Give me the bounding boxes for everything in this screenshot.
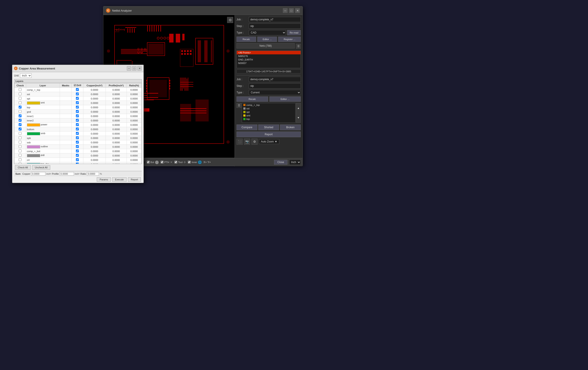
nets-item-n885276[interactable]: N885276 bbox=[237, 54, 301, 58]
layer-checkbox-outline[interactable] bbox=[19, 145, 21, 148]
drill-checkbox-comp_+_top[interactable] bbox=[76, 88, 79, 91]
layer-checkbox-smt[interactable] bbox=[19, 101, 21, 104]
drill-checkbox-gnd[interactable] bbox=[76, 110, 79, 113]
params-button[interactable]: Params bbox=[97, 177, 111, 182]
broken-button[interactable]: Broken bbox=[280, 124, 301, 130]
drill-checkbox-sst[interactable] bbox=[76, 92, 79, 95]
settings-icon[interactable]: ⚙ bbox=[252, 139, 258, 145]
layer-checkbox-bottom[interactable] bbox=[19, 128, 21, 130]
layer-checkbox-crt[interactable] bbox=[19, 158, 21, 161]
job-input-top[interactable] bbox=[249, 17, 301, 22]
layer-scroll-down[interactable]: ▼ bbox=[296, 113, 301, 122]
layer-checkbox-sst[interactable] bbox=[19, 92, 21, 95]
layer-checkbox-power[interactable] bbox=[19, 123, 21, 126]
layer-checkbox-ssb[interactable] bbox=[19, 141, 21, 144]
drill-checkbox-outline[interactable] bbox=[76, 145, 79, 148]
layer-item-smt[interactable]: smt bbox=[242, 114, 295, 117]
svg-rect-26 bbox=[182, 34, 185, 40]
drill-checkbox-ssb[interactable] bbox=[76, 141, 79, 144]
editor-button-bottom[interactable]: Editor ... bbox=[269, 96, 301, 102]
layer-item-comp-top[interactable]: comp_+_top bbox=[242, 103, 295, 107]
job-input-bottom[interactable] bbox=[249, 77, 301, 82]
layer-checkbox-inner2[interactable] bbox=[19, 119, 21, 122]
drill-checkbox-inner2[interactable] bbox=[76, 119, 79, 122]
copper-unit-select[interactable]: inch mm bbox=[20, 73, 32, 78]
layer-checkbox-top[interactable] bbox=[19, 106, 21, 109]
svg-rect-123 bbox=[114, 25, 224, 25]
compare-button[interactable]: Compare bbox=[237, 124, 257, 130]
drill-checkbox-fab_drc[interactable] bbox=[76, 163, 79, 164]
layer-list-area: ☰ comp_+_top sst spt smt bbox=[237, 103, 301, 123]
drill-checkbox-top[interactable] bbox=[76, 106, 79, 109]
drill-checkbox-smb[interactable] bbox=[76, 132, 79, 135]
pth-checkbox[interactable] bbox=[161, 161, 163, 163]
autozoom-dropdown[interactable]: Auto Zoom ▼ bbox=[259, 139, 279, 144]
drill-checkbox-crt[interactable] bbox=[76, 158, 79, 161]
report-button[interactable]: Report bbox=[237, 131, 301, 137]
filter-icon[interactable]: ☰ bbox=[296, 44, 301, 49]
recalc-button-bottom[interactable]: Recalc bbox=[237, 96, 268, 102]
svg-rect-96 bbox=[180, 86, 193, 87]
profile-sum-value[interactable] bbox=[60, 172, 74, 176]
report-button-copper[interactable]: Report bbox=[128, 177, 141, 182]
unit-dropdown-toolbar[interactable]: Inch mm bbox=[289, 160, 301, 165]
layer-checkbox-comp_+_top[interactable] bbox=[19, 88, 21, 91]
uncheck-all-button[interactable]: Uncheck All bbox=[32, 165, 50, 170]
layer-icon-1[interactable]: ⬛ bbox=[237, 139, 243, 145]
svg-rect-37 bbox=[122, 60, 123, 61]
svg-rect-27 bbox=[121, 49, 147, 50]
copper-maximize-btn[interactable]: □ bbox=[132, 66, 136, 70]
copper-close-btn[interactable]: ✕ bbox=[137, 66, 142, 70]
execute-button[interactable]: Execute bbox=[112, 177, 126, 182]
layer-icon-2[interactable]: 📷 bbox=[244, 139, 250, 145]
tool-checkbox[interactable] bbox=[174, 161, 177, 163]
reread-button[interactable]: Re-read bbox=[287, 30, 301, 35]
layer-checkbox-fab_drc[interactable] bbox=[19, 163, 21, 164]
layer-list[interactable]: comp_+_top sst spt smt top bbox=[242, 103, 295, 123]
close-toolbar-button[interactable]: Close bbox=[274, 160, 287, 165]
layer-checkbox-spt[interactable] bbox=[19, 97, 21, 100]
layer-checkbox-gnd[interactable] bbox=[19, 110, 21, 113]
layer-checkbox-spb[interactable] bbox=[19, 136, 21, 139]
layer-item-spt[interactable]: spt bbox=[242, 110, 295, 114]
register-button[interactable]: Register ... bbox=[278, 37, 301, 42]
drill-checkbox-comp_+_bot[interactable] bbox=[76, 150, 79, 152]
layer-checkbox-inner1[interactable] bbox=[19, 114, 21, 117]
editor-button-top[interactable]: Editor ... bbox=[257, 37, 277, 42]
inner-checkbox[interactable] bbox=[188, 161, 191, 163]
layer-item-top[interactable]: top bbox=[242, 117, 295, 121]
drill-checkbox-spb[interactable] bbox=[76, 136, 79, 139]
nets-list[interactable]: <All Points> N885276 GND_EARTH N00837 bbox=[237, 51, 301, 68]
layer-item-sst[interactable]: sst bbox=[242, 107, 295, 110]
ratio-sum-value[interactable] bbox=[87, 172, 99, 176]
drill-checkbox-inner1[interactable] bbox=[76, 114, 79, 117]
drill-checkbox-drill[interactable] bbox=[76, 154, 79, 157]
layer-checkbox-smb[interactable] bbox=[19, 132, 21, 135]
copper-minimize-btn[interactable]: ─ bbox=[127, 66, 131, 70]
type-dropdown-top[interactable]: CAD Current bbox=[249, 30, 286, 35]
check-all-button[interactable]: Check All bbox=[15, 165, 31, 170]
nets-item-gnd-earth[interactable]: GND_EARTH bbox=[237, 58, 301, 61]
close-button[interactable]: ✕ bbox=[295, 8, 300, 13]
recalc-button-top[interactable]: Recalc bbox=[237, 37, 256, 42]
type-dropdown-bottom[interactable]: Current CAD bbox=[249, 90, 301, 95]
step-input-bottom[interactable] bbox=[249, 83, 301, 89]
layer-checkbox-comp_+_bot[interactable] bbox=[19, 150, 21, 152]
drill-checkbox-smt[interactable] bbox=[76, 101, 79, 104]
maximize-button[interactable]: □ bbox=[289, 8, 294, 13]
layer-filter-icon[interactable]: ☰ bbox=[237, 103, 241, 108]
bot-checkbox[interactable] bbox=[147, 161, 150, 163]
minimize-button[interactable]: ─ bbox=[283, 8, 288, 13]
step-input-top[interactable] bbox=[249, 23, 301, 29]
pcb-settings-icon[interactable]: ⚙ bbox=[227, 17, 233, 23]
nets-item-n00837[interactable]: N00837 bbox=[237, 61, 301, 65]
shorted-button[interactable]: Shorted bbox=[258, 124, 279, 130]
drill-checkbox-power[interactable] bbox=[76, 123, 79, 126]
drill-checkbox-spt[interactable] bbox=[76, 97, 79, 100]
layer-checkbox-drill[interactable] bbox=[19, 154, 21, 157]
drill-checkbox-bottom[interactable] bbox=[76, 128, 79, 130]
copper-sum-value[interactable] bbox=[31, 172, 45, 176]
nets-item-all-points[interactable]: <All Points> bbox=[237, 51, 301, 54]
layer-scroll-up[interactable]: ▲ bbox=[296, 103, 301, 113]
layers-table-scroll[interactable]: Check Layer Masks ☑ Drill Copper(inch²) … bbox=[14, 83, 142, 164]
